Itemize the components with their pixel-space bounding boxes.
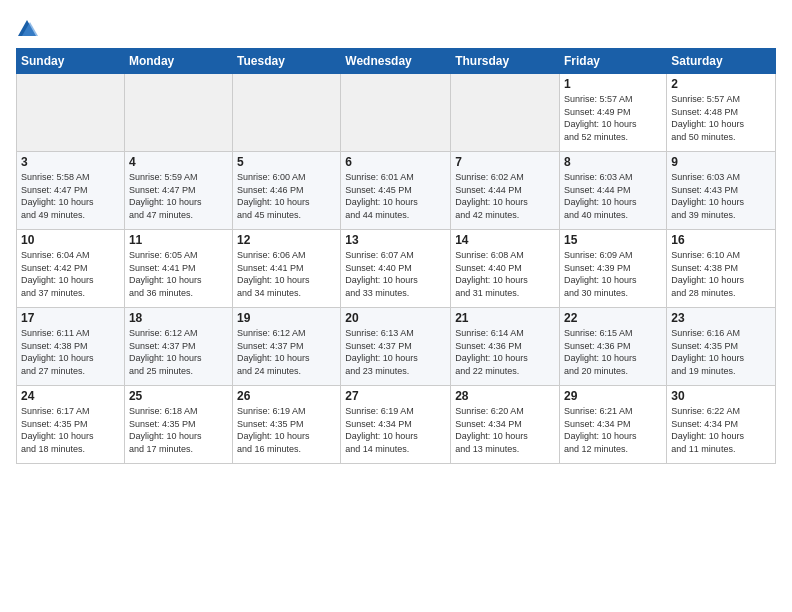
day-info: Sunrise: 6:22 AM Sunset: 4:34 PM Dayligh…: [671, 405, 771, 455]
day-number: 3: [21, 155, 120, 169]
day-number: 10: [21, 233, 120, 247]
calendar-cell: 13Sunrise: 6:07 AM Sunset: 4:40 PM Dayli…: [341, 230, 451, 308]
day-info: Sunrise: 5:57 AM Sunset: 4:49 PM Dayligh…: [564, 93, 662, 143]
day-info: Sunrise: 6:07 AM Sunset: 4:40 PM Dayligh…: [345, 249, 446, 299]
day-info: Sunrise: 6:02 AM Sunset: 4:44 PM Dayligh…: [455, 171, 555, 221]
calendar-cell: 19Sunrise: 6:12 AM Sunset: 4:37 PM Dayli…: [233, 308, 341, 386]
calendar-cell: 2Sunrise: 5:57 AM Sunset: 4:48 PM Daylig…: [667, 74, 776, 152]
calendar-cell: 3Sunrise: 5:58 AM Sunset: 4:47 PM Daylig…: [17, 152, 125, 230]
calendar-cell: 12Sunrise: 6:06 AM Sunset: 4:41 PM Dayli…: [233, 230, 341, 308]
calendar-cell: 16Sunrise: 6:10 AM Sunset: 4:38 PM Dayli…: [667, 230, 776, 308]
calendar-cell: 17Sunrise: 6:11 AM Sunset: 4:38 PM Dayli…: [17, 308, 125, 386]
day-number: 7: [455, 155, 555, 169]
calendar-cell: 23Sunrise: 6:16 AM Sunset: 4:35 PM Dayli…: [667, 308, 776, 386]
calendar-cell: 14Sunrise: 6:08 AM Sunset: 4:40 PM Dayli…: [451, 230, 560, 308]
weekday-header-wednesday: Wednesday: [341, 49, 451, 74]
calendar-cell: 27Sunrise: 6:19 AM Sunset: 4:34 PM Dayli…: [341, 386, 451, 464]
week-row-4: 17Sunrise: 6:11 AM Sunset: 4:38 PM Dayli…: [17, 308, 776, 386]
calendar-cell: 29Sunrise: 6:21 AM Sunset: 4:34 PM Dayli…: [560, 386, 667, 464]
day-number: 23: [671, 311, 771, 325]
day-info: Sunrise: 6:04 AM Sunset: 4:42 PM Dayligh…: [21, 249, 120, 299]
day-number: 29: [564, 389, 662, 403]
calendar-cell: 11Sunrise: 6:05 AM Sunset: 4:41 PM Dayli…: [124, 230, 232, 308]
day-number: 13: [345, 233, 446, 247]
weekday-header-row: SundayMondayTuesdayWednesdayThursdayFrid…: [17, 49, 776, 74]
day-number: 4: [129, 155, 228, 169]
day-info: Sunrise: 6:05 AM Sunset: 4:41 PM Dayligh…: [129, 249, 228, 299]
day-number: 2: [671, 77, 771, 91]
calendar-cell: 30Sunrise: 6:22 AM Sunset: 4:34 PM Dayli…: [667, 386, 776, 464]
day-info: Sunrise: 6:10 AM Sunset: 4:38 PM Dayligh…: [671, 249, 771, 299]
day-info: Sunrise: 6:03 AM Sunset: 4:43 PM Dayligh…: [671, 171, 771, 221]
day-number: 12: [237, 233, 336, 247]
calendar-cell: 6Sunrise: 6:01 AM Sunset: 4:45 PM Daylig…: [341, 152, 451, 230]
day-number: 22: [564, 311, 662, 325]
calendar-cell: 4Sunrise: 5:59 AM Sunset: 4:47 PM Daylig…: [124, 152, 232, 230]
day-number: 9: [671, 155, 771, 169]
calendar-cell: 8Sunrise: 6:03 AM Sunset: 4:44 PM Daylig…: [560, 152, 667, 230]
day-info: Sunrise: 6:17 AM Sunset: 4:35 PM Dayligh…: [21, 405, 120, 455]
day-info: Sunrise: 5:57 AM Sunset: 4:48 PM Dayligh…: [671, 93, 771, 143]
day-info: Sunrise: 6:21 AM Sunset: 4:34 PM Dayligh…: [564, 405, 662, 455]
weekday-header-saturday: Saturday: [667, 49, 776, 74]
day-info: Sunrise: 6:00 AM Sunset: 4:46 PM Dayligh…: [237, 171, 336, 221]
weekday-header-monday: Monday: [124, 49, 232, 74]
calendar-cell: 21Sunrise: 6:14 AM Sunset: 4:36 PM Dayli…: [451, 308, 560, 386]
day-number: 30: [671, 389, 771, 403]
day-number: 6: [345, 155, 446, 169]
day-info: Sunrise: 6:20 AM Sunset: 4:34 PM Dayligh…: [455, 405, 555, 455]
logo-icon: [16, 18, 38, 40]
calendar-cell: [233, 74, 341, 152]
day-info: Sunrise: 6:06 AM Sunset: 4:41 PM Dayligh…: [237, 249, 336, 299]
day-info: Sunrise: 6:19 AM Sunset: 4:34 PM Dayligh…: [345, 405, 446, 455]
calendar-cell: 15Sunrise: 6:09 AM Sunset: 4:39 PM Dayli…: [560, 230, 667, 308]
weekday-header-thursday: Thursday: [451, 49, 560, 74]
calendar-cell: [17, 74, 125, 152]
day-info: Sunrise: 6:14 AM Sunset: 4:36 PM Dayligh…: [455, 327, 555, 377]
day-number: 17: [21, 311, 120, 325]
calendar-cell: 28Sunrise: 6:20 AM Sunset: 4:34 PM Dayli…: [451, 386, 560, 464]
day-number: 16: [671, 233, 771, 247]
day-info: Sunrise: 6:18 AM Sunset: 4:35 PM Dayligh…: [129, 405, 228, 455]
day-info: Sunrise: 5:59 AM Sunset: 4:47 PM Dayligh…: [129, 171, 228, 221]
calendar-cell: 1Sunrise: 5:57 AM Sunset: 4:49 PM Daylig…: [560, 74, 667, 152]
day-info: Sunrise: 6:08 AM Sunset: 4:40 PM Dayligh…: [455, 249, 555, 299]
day-number: 25: [129, 389, 228, 403]
calendar: SundayMondayTuesdayWednesdayThursdayFrid…: [16, 48, 776, 464]
calendar-cell: 25Sunrise: 6:18 AM Sunset: 4:35 PM Dayli…: [124, 386, 232, 464]
day-number: 19: [237, 311, 336, 325]
week-row-3: 10Sunrise: 6:04 AM Sunset: 4:42 PM Dayli…: [17, 230, 776, 308]
day-info: Sunrise: 6:11 AM Sunset: 4:38 PM Dayligh…: [21, 327, 120, 377]
day-number: 11: [129, 233, 228, 247]
day-number: 5: [237, 155, 336, 169]
day-info: Sunrise: 6:15 AM Sunset: 4:36 PM Dayligh…: [564, 327, 662, 377]
calendar-cell: [124, 74, 232, 152]
day-info: Sunrise: 6:13 AM Sunset: 4:37 PM Dayligh…: [345, 327, 446, 377]
day-info: Sunrise: 6:19 AM Sunset: 4:35 PM Dayligh…: [237, 405, 336, 455]
day-number: 15: [564, 233, 662, 247]
day-number: 8: [564, 155, 662, 169]
day-number: 1: [564, 77, 662, 91]
day-number: 14: [455, 233, 555, 247]
header: [16, 16, 776, 40]
day-info: Sunrise: 6:09 AM Sunset: 4:39 PM Dayligh…: [564, 249, 662, 299]
page-container: SundayMondayTuesdayWednesdayThursdayFrid…: [0, 0, 792, 474]
calendar-cell: 9Sunrise: 6:03 AM Sunset: 4:43 PM Daylig…: [667, 152, 776, 230]
calendar-cell: 7Sunrise: 6:02 AM Sunset: 4:44 PM Daylig…: [451, 152, 560, 230]
day-number: 27: [345, 389, 446, 403]
calendar-cell: 18Sunrise: 6:12 AM Sunset: 4:37 PM Dayli…: [124, 308, 232, 386]
day-info: Sunrise: 6:12 AM Sunset: 4:37 PM Dayligh…: [129, 327, 228, 377]
week-row-1: 1Sunrise: 5:57 AM Sunset: 4:49 PM Daylig…: [17, 74, 776, 152]
calendar-cell: 20Sunrise: 6:13 AM Sunset: 4:37 PM Dayli…: [341, 308, 451, 386]
calendar-cell: [341, 74, 451, 152]
weekday-header-sunday: Sunday: [17, 49, 125, 74]
day-number: 20: [345, 311, 446, 325]
day-number: 18: [129, 311, 228, 325]
day-info: Sunrise: 6:12 AM Sunset: 4:37 PM Dayligh…: [237, 327, 336, 377]
week-row-2: 3Sunrise: 5:58 AM Sunset: 4:47 PM Daylig…: [17, 152, 776, 230]
day-info: Sunrise: 6:03 AM Sunset: 4:44 PM Dayligh…: [564, 171, 662, 221]
logo: [16, 16, 42, 40]
calendar-cell: [451, 74, 560, 152]
day-info: Sunrise: 5:58 AM Sunset: 4:47 PM Dayligh…: [21, 171, 120, 221]
calendar-cell: 22Sunrise: 6:15 AM Sunset: 4:36 PM Dayli…: [560, 308, 667, 386]
